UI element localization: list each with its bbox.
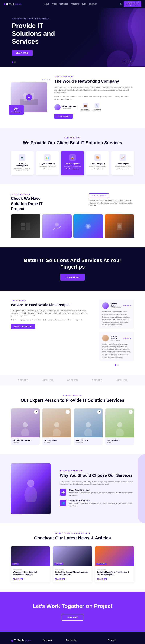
project-card-2[interactable] [73,214,103,238]
nav-projects[interactable]: PROJECTS [71,3,79,5]
svg-rect-5 [21,223,25,226]
team-member-name-1: Jessica Brown [44,439,69,442]
testimonial-role-0: FOUNDER/CEO [111,307,121,309]
search-icon[interactable]: 🔍 [120,3,122,5]
clients-feedback-button[interactable]: VIEW ALL FEEDBACKS [11,324,35,329]
about-expert-consultant: 💼 IT Consultant Reliable Solutions [80,103,90,111]
testimonial-dot-2[interactable] [117,364,119,366]
work-together-hire-button[interactable]: HIRE NOW [62,614,83,621]
about-badge-number: 25 [11,107,21,111]
hero-learn-more-button[interactable]: LEARN MORE [12,50,33,56]
project-card-1[interactable] [42,214,72,238]
team-info-3: Sarah Albert Director [106,438,134,445]
projects-section: LATEST PROJECT Check We Have Solution Do… [0,184,145,247]
team-share-icon-1[interactable]: ↗ [66,410,70,414]
service-card-1[interactable]: 📊 Digital Marketing Providing the soluti… [36,151,59,175]
nav-contact[interactable]: CONTACT [89,3,97,5]
team-member-name-3: Sarah Albert [107,439,132,442]
project-card-0[interactable] [11,214,40,238]
whyus-feature-desc-1: Duis pretentious viverra lectus gravida … [69,502,134,507]
brand-0: APPLIED [18,379,28,382]
service-card-2[interactable]: 🔒 Security System Providing the solution… [61,151,84,175]
service-card-0[interactable]: 💻 Product Development Providing the solu… [11,151,33,175]
hero-dot-1[interactable] [12,61,13,63]
team-member-role-2: Developer [76,442,101,443]
nav-pages[interactable]: PAGES [52,3,57,5]
about-play-button[interactable]: ▶ [26,94,32,100]
service-name-4: Data Analysis [114,162,132,164]
profile-divider [78,104,78,110]
team-card-2[interactable]: ↗ Kevin Martin Developer [74,408,103,445]
team-card-3[interactable]: ↗ Sarah Albert Director [106,408,134,445]
hero-next-button[interactable]: › [128,59,133,64]
nav-logo[interactable]: ◆ CaTech UNION [4,3,22,6]
testimonial-card-0: Nathan Rahul FOUNDER/CEO ★★★★★ Our the b… [99,300,134,329]
blog-read-more-0[interactable]: READ MORE → [13,578,25,580]
about-profile-person: Michelle Menrone Founder/CEO [54,104,76,110]
team-card-0[interactable]: ↗ Michelle Monaghan Designer [11,408,39,445]
blog-card-0[interactable]: TECH 8 JUNE 2022 Web design done Delight… [11,546,50,582]
nav-blog[interactable]: BLOG [82,3,86,5]
about-learn-more-button[interactable]: LEARN MORE [54,114,73,119]
whyus-feature-1: 👥 Expert Team Members Duis pretentious v… [60,500,134,507]
blog-content-2: 8 JUNE 2022 Software Makes Your Profit D… [95,566,134,582]
hero-prev-button[interactable]: ‹ [122,59,127,64]
svg-point-20 [116,428,124,436]
footer-logo: ◆ CaTech UNION [11,639,37,642]
team-share-icon-0[interactable]: ↗ [34,410,38,414]
service-icon-4: 📈 [120,154,126,161]
testimonial-text-0: Our the best chance viverra albus progra… [102,310,131,326]
blog-date-0: 8 JUNE 2022 [13,568,48,570]
whyus-feature-icon-0: ☁️ [60,489,66,496]
blog-image-1: SUPPORT [53,546,92,566]
footer-about-column: ◆ CaTech UNION Duis pretentious viverra … [11,639,37,644]
nav-services[interactable]: SERVICES [60,3,68,5]
hero-dots [12,61,16,63]
blog-read-more-1[interactable]: READ MORE → [55,578,67,580]
hero-arrows: ‹ › [122,59,133,64]
team-tag: EXPERT PERSON [11,394,134,396]
testimonial-stars-0: ★★★★★ [123,305,131,307]
blog-date-2: 8 JUNE 2022 [97,568,132,570]
service-card-4[interactable]: 📈 Data Analysis Providing the solutions … [112,151,134,175]
whyus-feature-0: ☁️ Cloud Based Services Duis pretentious… [60,489,134,497]
specialist-icon: 🔧 [95,103,99,108]
team-title: Our Expert Person to Provide IT Solution… [11,398,134,403]
about-tag: ABOUT COMPANY [54,76,134,78]
team-share-icon-2[interactable]: ↗ [97,410,101,414]
blog-category-badge-1: SUPPORT [54,563,63,565]
blog-card-2[interactable]: SOFTWARE 8 JUNE 2022 Software Makes Your… [95,546,134,582]
blog-read-more-2[interactable]: READ MORE → [97,578,109,580]
whyus-title: Why You Should Choose Our Services [60,473,134,478]
blog-card-1[interactable]: SUPPORT 8 JUNE 2022 Technology Support A… [53,546,92,582]
about-text-2: Quintos is a word used to refer to an or… [54,95,134,100]
nav-home[interactable]: HOME [44,3,49,5]
avatar [54,104,61,110]
about-profiles: Michelle Menrone Founder/CEO 💼 IT Consul… [54,103,134,111]
blog-content-0: 8 JUNE 2022 Web design done Delightful V… [11,566,50,582]
service-desc-0: Providing the solutions for the IT requi… [13,168,31,172]
service-name-0: Product Development [13,162,31,166]
nav-right: 🔍 CONTACT US NOW support@gmail.com [120,1,141,6]
team-card-1[interactable]: ↗ Jessica Brown Manager [42,408,71,445]
cta-title: Better IT Solutions And Services At Your… [11,257,134,270]
cta-learn-more-button[interactable]: LEARN MORE [60,274,85,280]
service-icon-3: 🎨 [94,154,101,161]
about-expert-specialist: 🔧 IT Specialist Cloud Solutions [93,103,102,111]
testimonial-dot-1[interactable] [115,364,116,366]
team-member-role-1: Manager [44,442,69,443]
brand-2: APPLIED [67,379,78,382]
project-card-3[interactable] [105,214,134,238]
nav-cta-button[interactable]: CONTACT US NOW support@gmail.com [124,1,141,6]
whyus-section: COMPANY BENEFITS Why You Should Choose O… [0,454,145,523]
projects-grid [11,214,134,238]
footer-services-heading: Services [43,639,61,642]
svg-point-12 [118,224,121,228]
service-card-3[interactable]: 🎨 UX/UI Designing Providing the solution… [86,151,109,175]
testimonial-stars-1: ★★★★★ [123,337,131,339]
blog-image-2: SOFTWARE [95,546,134,566]
team-share-icon-3[interactable]: ↗ [129,410,133,414]
hero-dot-2[interactable] [14,61,16,63]
brand-4: APPLIED [116,379,127,382]
projects-view-all-button[interactable]: VIEW ALL PROJECTS [89,194,109,198]
